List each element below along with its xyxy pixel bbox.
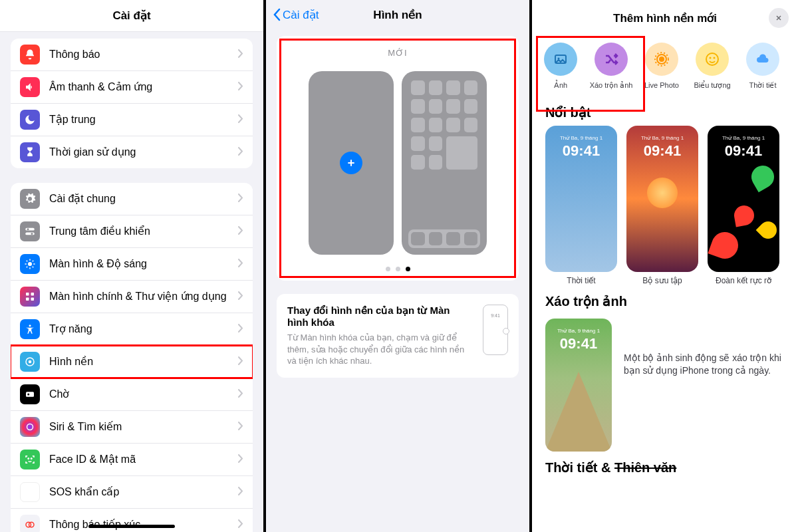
- shuffle-section: Thứ Ba, 9 tháng 1 09:41 Một bộ ảnh sinh …: [532, 315, 798, 452]
- category-shuffle[interactable]: Xáo trộn ảnh: [593, 43, 629, 90]
- settings-group-1: Thông báo Âm thanh & Cảm ứng Tập trung: [11, 39, 253, 168]
- row-wallpaper[interactable]: Hình nền: [11, 346, 253, 378]
- row-sound[interactable]: Âm thanh & Cảm ứng: [11, 71, 253, 104]
- row-standby[interactable]: Chờ: [11, 378, 253, 411]
- svg-rect-0: [25, 228, 35, 231]
- flower-graphic: [708, 228, 741, 262]
- wallpaper-day: Thứ Ba, 9 tháng 1: [708, 135, 779, 141]
- row-general[interactable]: Cài đặt chung: [11, 183, 253, 215]
- page-dot[interactable]: [386, 267, 390, 271]
- row-label: Trợ năng: [49, 323, 238, 335]
- row-label: Hình nền: [49, 355, 238, 368]
- flower-graphic: [747, 162, 778, 192]
- chevron-right-icon: [238, 146, 243, 158]
- shuffle-icon: [595, 43, 628, 76]
- add-wallpaper-panel: Thêm hình nền mới Ảnh Xáo trộn ảnh: [532, 0, 798, 532]
- phone-previews: [285, 71, 511, 255]
- svg-rect-15: [26, 298, 29, 301]
- wallpaper-settings-panel: Cài đặt Hình nền MỚI: [266, 0, 532, 532]
- add-wallpaper-body[interactable]: Ảnh Xáo trộn ảnh Live Photo: [532, 36, 798, 532]
- add-wallpaper-button[interactable]: [340, 152, 362, 174]
- wallpaper-body: MỚI: [266, 29, 529, 384]
- shuffle-description: Một bộ ảnh sinh động sẽ xáo trộn khi bạn…: [624, 319, 785, 377]
- flower-graphic: [756, 218, 779, 243]
- row-sos[interactable]: SOS SOS khẩn cấp: [11, 476, 253, 509]
- wallpaper-header: Cài đặt Hình nền: [266, 0, 529, 29]
- chevron-right-icon: [238, 81, 243, 93]
- row-siri[interactable]: Siri & Tìm kiếm: [11, 411, 253, 444]
- featured-captions: Thời tiết Bộ sưu tập Đoàn kết rực rỡ: [532, 272, 798, 285]
- back-button[interactable]: Cài đặt: [273, 8, 319, 22]
- svg-point-3: [31, 233, 33, 235]
- row-faceid[interactable]: Face ID & Mật mã: [11, 444, 253, 476]
- category-label: Biểu tượng: [694, 81, 730, 90]
- settings-header: Cài đặt: [0, 0, 263, 32]
- category-photos[interactable]: Ảnh: [543, 43, 579, 90]
- home-screen-preview[interactable]: [402, 71, 487, 255]
- chevron-right-icon: [238, 258, 243, 270]
- chevron-right-icon: [238, 486, 243, 498]
- row-screentime[interactable]: Thời gian sử dụng: [11, 136, 253, 168]
- svg-rect-16: [31, 298, 35, 301]
- category-row: Ảnh Xáo trộn ảnh Live Photo: [532, 36, 798, 96]
- svg-point-22: [27, 424, 33, 430]
- app-grid-icon: [411, 80, 477, 245]
- settings-group-2: Cài đặt chung Trung tâm điều khiển Màn h…: [11, 183, 253, 532]
- row-notifications[interactable]: Thông báo: [11, 39, 253, 71]
- chevron-right-icon: [238, 49, 243, 61]
- row-homescreen[interactable]: Màn hình chính & Thư viện ứng dụng: [11, 281, 253, 313]
- chevron-right-icon: [238, 291, 243, 303]
- row-label: Màn hình chính & Thư viện ứng dụng: [49, 290, 238, 303]
- wallpaper-unity[interactable]: Thứ Ba, 9 tháng 1 09:41: [708, 126, 779, 272]
- page-dots[interactable]: [285, 267, 511, 271]
- svg-point-17: [29, 325, 31, 327]
- chevron-right-icon: [238, 454, 243, 466]
- standby-icon: [20, 384, 40, 404]
- home-indicator[interactable]: [88, 525, 175, 528]
- title-part-b: Thiên văn: [614, 460, 676, 475]
- gear-icon: [20, 189, 40, 209]
- svg-rect-20: [26, 392, 34, 397]
- wallpaper-time: 09:41: [708, 142, 779, 160]
- faceid-icon: [20, 450, 40, 469]
- moon-icon: [20, 110, 40, 130]
- mini-time: 9:41: [483, 313, 507, 318]
- chevron-right-icon: [238, 519, 243, 531]
- row-label: Trung tâm điều khiển: [49, 225, 238, 237]
- row-label: Siri & Tìm kiếm: [49, 420, 238, 433]
- photos-icon: [544, 43, 577, 76]
- shuffle-wallpaper-preview[interactable]: Thứ Ba, 9 tháng 1 09:41: [545, 319, 612, 452]
- svg-rect-1: [25, 233, 35, 235]
- row-accessibility[interactable]: Trợ năng: [11, 313, 253, 346]
- category-emoji[interactable]: Biểu tượng: [694, 43, 730, 90]
- row-control-center[interactable]: Trung tâm điều khiển: [11, 215, 253, 248]
- category-live-photo[interactable]: Live Photo: [644, 43, 680, 90]
- wallpaper-day: Thứ Ba, 9 tháng 1: [626, 135, 698, 141]
- sun-graphic: [647, 178, 678, 208]
- switches-icon: [20, 221, 40, 241]
- category-weather[interactable]: Thời tiết: [745, 43, 781, 90]
- page-dot-active[interactable]: [406, 267, 410, 271]
- wallpaper-collection[interactable]: Thứ Ba, 9 tháng 1 09:41: [626, 126, 698, 272]
- row-label: Thông báo: [49, 48, 238, 61]
- svg-line-12: [33, 261, 34, 262]
- close-button[interactable]: [769, 8, 789, 28]
- wallpaper-caption: Đoàn kết rực rỡ: [708, 276, 779, 285]
- row-exposure[interactable]: Thông báo tiếp xúc: [11, 509, 253, 532]
- page-dot[interactable]: [396, 267, 400, 271]
- sos-icon: SOS: [20, 482, 40, 502]
- lock-screen-preview[interactable]: [309, 71, 394, 255]
- settings-list[interactable]: Thông báo Âm thanh & Cảm ứng Tập trung: [0, 32, 263, 532]
- chevron-right-icon: [238, 114, 243, 126]
- svg-point-35: [660, 57, 664, 61]
- svg-rect-14: [31, 293, 35, 296]
- category-label: Live Photo: [644, 81, 679, 89]
- info-desc: Từ Màn hình khóa của bạn, chạm và giữ để…: [287, 332, 473, 367]
- wallpaper-weather[interactable]: Thứ Ba, 9 tháng 1 09:41: [545, 126, 617, 272]
- category-label: Thời tiết: [749, 81, 777, 90]
- row-focus[interactable]: Tập trung: [11, 104, 253, 136]
- row-display[interactable]: Màn hình & Độ sáng: [11, 248, 253, 281]
- featured-wallpapers[interactable]: Thứ Ba, 9 tháng 1 09:41 Thứ Ba, 9 tháng …: [532, 126, 798, 272]
- mini-knob: [503, 328, 509, 334]
- svg-point-39: [710, 57, 712, 59]
